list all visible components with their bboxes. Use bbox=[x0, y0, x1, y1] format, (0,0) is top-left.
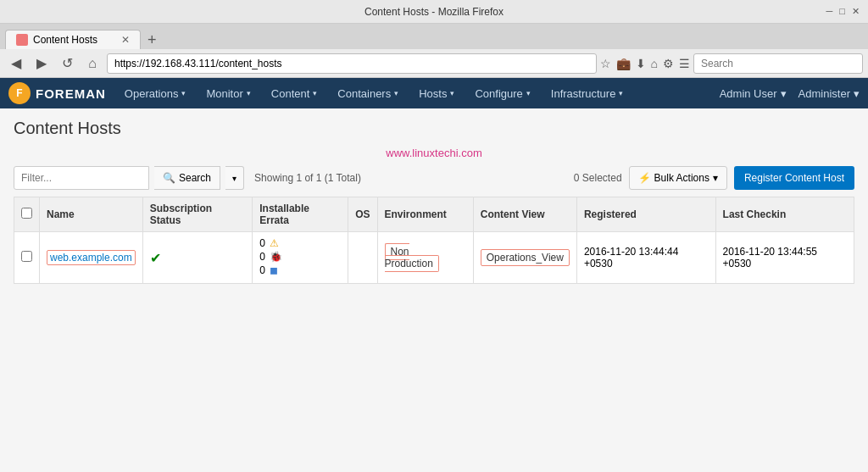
nav-item-operations[interactable]: Operations ▾ bbox=[114, 78, 197, 108]
selected-count: 0 Selected bbox=[574, 172, 622, 184]
nav-item-hosts[interactable]: Hosts ▾ bbox=[409, 78, 465, 108]
maximize-icon[interactable]: □ bbox=[839, 6, 845, 17]
errata-warning-count: 0 bbox=[259, 237, 265, 249]
table-header: Name Subscription Status Installable Err… bbox=[14, 197, 854, 232]
administer-label: Administer bbox=[798, 87, 850, 100]
content-hosts-table: Name Subscription Status Installable Err… bbox=[14, 197, 854, 284]
foreman-navbar: F FOREMAN Operations ▾ Monitor ▾ Content… bbox=[0, 78, 868, 108]
errata-enhance-count: 0 bbox=[259, 264, 265, 276]
select-all-checkbox[interactable] bbox=[21, 208, 32, 219]
dropdown-caret-icon: ▾ bbox=[232, 174, 236, 183]
home-button[interactable]: ⌂ bbox=[81, 53, 103, 75]
last-checkin-value: 2016-11-20 13:44:55 +0530 bbox=[723, 246, 817, 269]
admin-caret: ▾ bbox=[781, 87, 787, 100]
header-checkbox-cell bbox=[14, 197, 40, 232]
nav-label-monitor: Monitor bbox=[206, 87, 242, 100]
nav-item-content[interactable]: Content ▾ bbox=[261, 78, 328, 108]
tab-label: Content Hosts bbox=[33, 34, 97, 46]
foreman-logo-icon: F bbox=[8, 82, 31, 104]
tab-close-icon[interactable]: ✕ bbox=[121, 34, 130, 46]
registered-value: 2016-11-20 13:44:44 +0530 bbox=[584, 246, 678, 269]
search-button[interactable]: 🔍 Search bbox=[154, 166, 220, 190]
bulk-actions-icon: ⚡ bbox=[638, 172, 651, 184]
page-title: Content Hosts bbox=[14, 119, 854, 138]
nav-label-infrastructure: Infrastructure bbox=[551, 87, 616, 100]
bulk-actions-label: Bulk Actions bbox=[654, 172, 709, 184]
row-last-checkin-cell: 2016-11-20 13:44:55 +0530 bbox=[715, 232, 854, 284]
bulk-actions-button[interactable]: ⚡ Bulk Actions ▾ bbox=[629, 166, 727, 190]
active-tab[interactable]: Content Hosts ✕ bbox=[5, 30, 141, 49]
environment-badge: Non Production bbox=[385, 243, 439, 272]
foreman-logo-text: FOREMAN bbox=[36, 86, 106, 101]
bug-icon: 🐞 bbox=[270, 251, 282, 263]
admin-user-label: Admin User bbox=[720, 87, 777, 100]
tab-favicon bbox=[16, 34, 28, 46]
home2-icon[interactable]: ⌂ bbox=[651, 57, 658, 70]
row-checkbox[interactable] bbox=[21, 251, 32, 262]
browser-toolbar: ◀ ▶ ↺ ⌂ ☆ 💼 ⬇ ⌂ ⚙ ☰ bbox=[0, 49, 868, 78]
row-name-cell: web.example.com bbox=[40, 232, 143, 284]
administer-caret: ▾ bbox=[854, 87, 860, 100]
header-environment: Environment bbox=[377, 197, 473, 232]
nav-label-operations: Operations bbox=[125, 87, 179, 100]
download-icon[interactable]: ⬇ bbox=[636, 57, 646, 70]
header-subscription-status: Subscription Status bbox=[142, 197, 253, 232]
close-icon[interactable]: ✕ bbox=[852, 6, 860, 17]
row-environment-cell: Non Production bbox=[377, 232, 473, 284]
address-bar[interactable] bbox=[107, 53, 597, 74]
minimize-icon[interactable]: ─ bbox=[826, 6, 833, 17]
nav-caret-containers: ▾ bbox=[394, 89, 398, 97]
table-toolbar: 🔍 Search ▾ Showing 1 of 1 (1 Total) 0 Se… bbox=[14, 166, 854, 190]
host-link[interactable]: web.example.com bbox=[47, 250, 136, 265]
foreman-logo[interactable]: F FOREMAN bbox=[8, 82, 106, 104]
header-installable-errata: Installable Errata bbox=[253, 197, 348, 232]
browser-tabs: Content Hosts ✕ + bbox=[0, 24, 868, 49]
watermark: www.linuxtechi.com bbox=[14, 147, 854, 159]
nav-caret-monitor: ▾ bbox=[247, 89, 251, 97]
nav-item-configure[interactable]: Configure ▾ bbox=[465, 78, 540, 108]
enhance-icon: ◼ bbox=[270, 264, 278, 276]
browser-titlebar: Content Hosts - Mozilla Firefox ─ □ ✕ bbox=[0, 0, 868, 24]
header-name: Name bbox=[40, 197, 143, 232]
row-registered-cell: 2016-11-20 13:44:44 +0530 bbox=[576, 232, 715, 284]
toolbar-right: 0 Selected ⚡ Bulk Actions ▾ Register Con… bbox=[574, 166, 854, 190]
briefcase-icon[interactable]: 💼 bbox=[616, 57, 631, 70]
row-checkbox-cell bbox=[14, 232, 40, 284]
nav-item-containers[interactable]: Containers ▾ bbox=[327, 78, 409, 108]
search-icon: 🔍 bbox=[163, 172, 175, 184]
administer-menu[interactable]: Administer ▾ bbox=[798, 87, 860, 100]
header-content-view: Content View bbox=[473, 197, 576, 232]
nav-label-containers: Containers bbox=[337, 87, 391, 100]
bookmark-icon[interactable]: ☆ bbox=[600, 57, 611, 70]
errata-bug-count: 0 bbox=[259, 251, 265, 263]
warning-triangle-icon: ⚠ bbox=[270, 237, 279, 249]
row-os-cell bbox=[348, 232, 377, 284]
header-registered: Registered bbox=[576, 197, 715, 232]
nav-caret-operations: ▾ bbox=[181, 89, 186, 97]
admin-user-menu[interactable]: Admin User ▾ bbox=[720, 87, 787, 100]
errata-enhance-row: 0 ◼ bbox=[259, 264, 341, 276]
browser-search-input[interactable] bbox=[693, 53, 863, 74]
bulk-actions-caret: ▾ bbox=[713, 172, 718, 184]
forward-button[interactable]: ▶ bbox=[31, 53, 53, 75]
menu-icon[interactable]: ☰ bbox=[679, 57, 690, 70]
back-button[interactable]: ◀ bbox=[5, 53, 27, 75]
new-tab-button[interactable]: + bbox=[142, 31, 162, 49]
reload-button[interactable]: ↺ bbox=[56, 53, 78, 75]
search-dropdown-button[interactable]: ▾ bbox=[225, 166, 244, 190]
nav-item-monitor[interactable]: Monitor ▾ bbox=[196, 78, 260, 108]
nav-caret-configure: ▾ bbox=[526, 89, 531, 97]
table-body: web.example.com ✔ 0 ⚠ 0 🐞 0 bbox=[14, 232, 854, 284]
page-content: Content Hosts www.linuxtechi.com 🔍 Searc… bbox=[0, 108, 868, 294]
filter-input[interactable] bbox=[14, 166, 149, 190]
settings-icon[interactable]: ⚙ bbox=[663, 57, 674, 70]
nav-item-infrastructure[interactable]: Infrastructure ▾ bbox=[541, 78, 634, 108]
subscription-ok-icon: ✔ bbox=[150, 251, 161, 265]
row-errata-cell: 0 ⚠ 0 🐞 0 ◼ bbox=[253, 232, 348, 284]
search-label: Search bbox=[179, 172, 211, 184]
nav-caret-infrastructure: ▾ bbox=[619, 89, 623, 97]
header-last-checkin: Last Checkin bbox=[715, 197, 854, 232]
nav-right: Admin User ▾ Administer ▾ bbox=[720, 87, 860, 100]
errata-bug-row: 0 🐞 bbox=[259, 251, 341, 263]
register-content-host-button[interactable]: Register Content Host bbox=[734, 166, 854, 190]
